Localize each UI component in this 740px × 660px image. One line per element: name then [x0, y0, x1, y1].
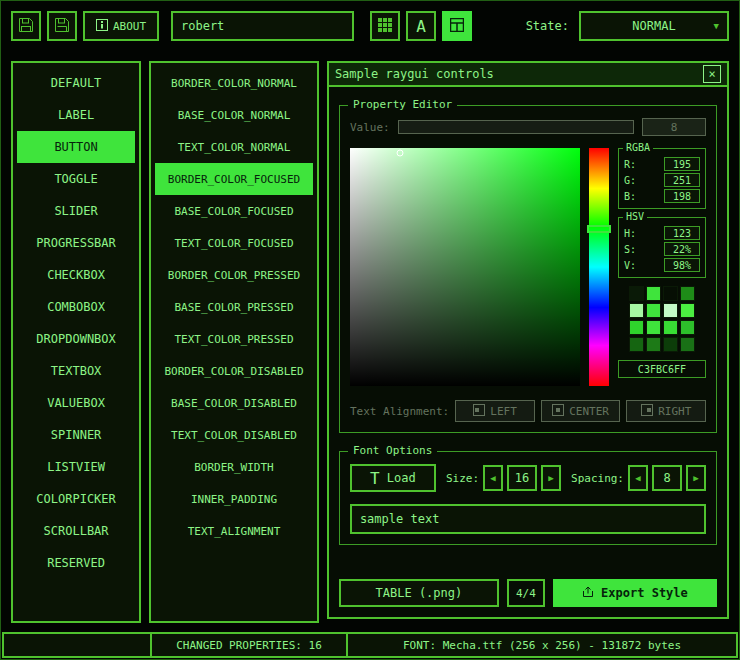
list-item[interactable]: VALUEBOX: [17, 387, 135, 419]
palette-swatch[interactable]: [663, 320, 678, 335]
window-titlebar[interactable]: Sample raygui controls ×: [329, 63, 727, 87]
value-slider[interactable]: [398, 120, 634, 134]
palette-swatch[interactable]: [680, 286, 695, 301]
palette-swatch[interactable]: [646, 320, 661, 335]
list-item[interactable]: TOGGLE: [17, 163, 135, 195]
load-font-button[interactable]: T Load: [350, 464, 436, 492]
list-item[interactable]: BORDER_COLOR_PRESSED: [155, 259, 313, 291]
load-style-button[interactable]: [11, 11, 41, 41]
list-item[interactable]: BORDER_COLOR_NORMAL: [155, 67, 313, 99]
list-item[interactable]: TEXT_COLOR_NORMAL: [155, 131, 313, 163]
font-options-group: Font Options T Load Size: ◀ 16 ▶ Spacing…: [339, 451, 717, 545]
list-item[interactable]: TEXTBOX: [17, 355, 135, 387]
align-left-label: LEFT: [490, 405, 517, 418]
list-item[interactable]: TEXT_COLOR_DISABLED: [155, 419, 313, 451]
list-item[interactable]: TEXT_ALIGNMENT: [155, 515, 313, 547]
align-center-button[interactable]: CENTER: [541, 400, 621, 422]
list-item-selected[interactable]: BORDER_COLOR_FOCUSED: [155, 163, 313, 195]
palette-swatch[interactable]: [680, 303, 695, 318]
list-item[interactable]: TEXT_COLOR_PRESSED: [155, 323, 313, 355]
palette-swatch[interactable]: [663, 303, 678, 318]
v-value-box[interactable]: 98%: [664, 258, 700, 272]
list-item[interactable]: CHECKBOX: [17, 259, 135, 291]
list-item[interactable]: SLIDER: [17, 195, 135, 227]
list-item[interactable]: TEXT_COLOR_FOCUSED: [155, 227, 313, 259]
list-item[interactable]: BASE_COLOR_NORMAL: [155, 99, 313, 131]
list-item[interactable]: DEFAULT: [17, 67, 135, 99]
text-alignment-label: Text Alignment:: [350, 405, 449, 418]
chevron-down-icon: ▼: [714, 21, 719, 31]
b-value-box[interactable]: 198: [664, 189, 700, 203]
sample-text-input[interactable]: sample text: [350, 504, 706, 534]
palette-swatch[interactable]: [646, 303, 661, 318]
list-item[interactable]: COLORPICKER: [17, 483, 135, 515]
align-left-button[interactable]: LEFT: [455, 400, 535, 422]
value-box[interactable]: 8: [642, 118, 706, 136]
palette-swatch[interactable]: [663, 286, 678, 301]
list-item[interactable]: LISTVIEW: [17, 451, 135, 483]
control-edit-mode-button[interactable]: [442, 11, 472, 41]
size-increment-button[interactable]: ▶: [541, 465, 561, 491]
state-dropdown[interactable]: NORMAL ▼: [579, 11, 729, 41]
arrow-left-icon: ◀: [490, 473, 495, 483]
about-button[interactable]: ABOUT: [83, 11, 159, 41]
save-style-button[interactable]: [47, 11, 77, 41]
list-item[interactable]: BORDER_WIDTH: [155, 451, 313, 483]
list-item[interactable]: BASE_COLOR_DISABLED: [155, 387, 313, 419]
hex-color-textbox[interactable]: C3FBC6FF: [618, 360, 706, 378]
size-value-box[interactable]: 16: [507, 465, 537, 491]
hue-slider[interactable]: [589, 148, 609, 386]
spacing-value-box[interactable]: 8: [652, 465, 682, 491]
export-format-dropdown[interactable]: TABLE (.png): [339, 579, 499, 607]
list-item[interactable]: DROPDOWNBOX: [17, 323, 135, 355]
s-value-box[interactable]: 22%: [664, 242, 700, 256]
export-style-button[interactable]: Export Style: [553, 579, 717, 607]
s-label: S:: [624, 244, 636, 255]
list-item[interactable]: BASE_COLOR_PRESSED: [155, 291, 313, 323]
list-item[interactable]: LABEL: [17, 99, 135, 131]
list-item[interactable]: BORDER_COLOR_DISABLED: [155, 355, 313, 387]
h-value-box[interactable]: 123: [664, 226, 700, 240]
spacing-increment-button[interactable]: ▶: [686, 465, 706, 491]
list-item[interactable]: COMBOBOX: [17, 291, 135, 323]
palette-swatch[interactable]: [646, 337, 661, 352]
status-empty-section: [2, 632, 152, 658]
state-label: State:: [526, 19, 569, 33]
window-title: Sample raygui controls: [335, 67, 494, 81]
saturation-value-picker[interactable]: [350, 148, 580, 386]
group-title: Property Editor: [348, 98, 457, 111]
palette-swatch[interactable]: [629, 320, 644, 335]
properties-list: BORDER_COLOR_NORMAL BASE_COLOR_NORMAL TE…: [149, 61, 319, 623]
style-name-input[interactable]: [171, 11, 354, 41]
style-table-button[interactable]: [370, 11, 400, 41]
hsv-row-h: H: 123: [624, 226, 700, 240]
font-options-row: T Load Size: ◀ 16 ▶ Spacing: ◀ 8 ▶: [350, 464, 706, 492]
palette-swatch[interactable]: [646, 286, 661, 301]
palette-swatch[interactable]: [680, 320, 695, 335]
window-close-button[interactable]: ×: [703, 65, 721, 83]
state-value: NORMAL: [632, 19, 675, 33]
list-item[interactable]: SPINNER: [17, 419, 135, 451]
r-label: R:: [624, 159, 636, 170]
list-item[interactable]: INNER_PADDING: [155, 483, 313, 515]
list-item[interactable]: SCROLLBAR: [17, 515, 135, 547]
palette-swatch[interactable]: [629, 303, 644, 318]
palette-swatch[interactable]: [629, 337, 644, 352]
group-title: Font Options: [348, 444, 437, 457]
palette-swatch[interactable]: [680, 337, 695, 352]
list-item[interactable]: BASE_COLOR_FOCUSED: [155, 195, 313, 227]
export-counter-box[interactable]: 4/4: [507, 579, 545, 607]
palette-swatch[interactable]: [629, 286, 644, 301]
r-value-box[interactable]: 195: [664, 157, 700, 171]
align-right-button[interactable]: RIGHT: [626, 400, 706, 422]
font-atlas-button[interactable]: A: [406, 11, 436, 41]
rgba-row-b: B: 198: [624, 189, 700, 203]
hsv-row-s: S: 22%: [624, 242, 700, 256]
list-item-selected[interactable]: BUTTON: [17, 131, 135, 163]
palette-swatch[interactable]: [663, 337, 678, 352]
spacing-decrement-button[interactable]: ◀: [628, 465, 648, 491]
list-item[interactable]: RESERVED: [17, 547, 135, 579]
g-value-box[interactable]: 251: [664, 173, 700, 187]
size-decrement-button[interactable]: ◀: [483, 465, 503, 491]
list-item[interactable]: PROGRESSBAR: [17, 227, 135, 259]
